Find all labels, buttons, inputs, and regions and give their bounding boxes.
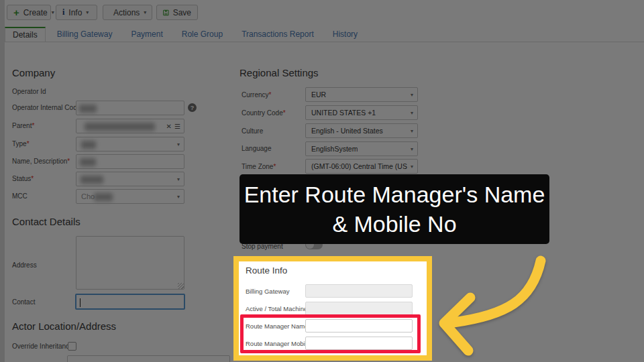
route-manager-name-label: Route Manager Name [246, 322, 308, 330]
instruction-line1: Enter Route Manager's Name [244, 180, 545, 209]
instruction-line2: & Mobile No [332, 209, 456, 239]
route-info-heading: Route Info [246, 265, 287, 276]
billing-gateway-label: Billing Gateway [246, 288, 289, 295]
route-manager-mobile-label: Route Manager Mobile [246, 340, 310, 347]
route-manager-mobile-input[interactable] [305, 337, 413, 350]
active-total-machines-input[interactable] [305, 302, 413, 315]
instruction-banner: Enter Route Manager's Name & Mobile No [239, 174, 549, 244]
active-total-machines-label: Active / Total Machines [246, 305, 311, 312]
page: + Create ▾ i Info ▾ Actions ▾ Save Detai… [0, 0, 644, 362]
route-info-panel: Route Info Billing Gateway Active / Tota… [233, 256, 432, 361]
route-manager-name-input[interactable] [305, 319, 413, 333]
billing-gateway-input[interactable] [305, 284, 413, 298]
